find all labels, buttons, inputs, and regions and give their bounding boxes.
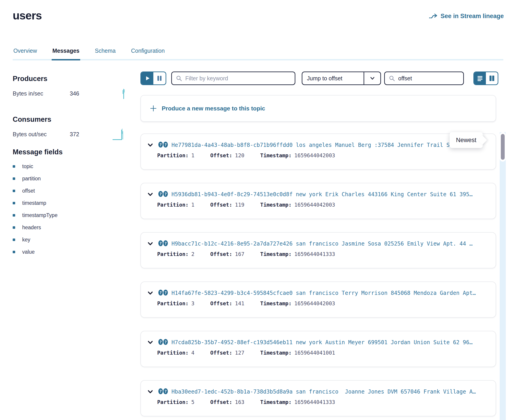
message-field-label: timestampType (22, 212, 58, 218)
message-row[interactable]: ? ? Hba30eed7-1edc-452b-8b1a-738d3b5d8a9… (140, 380, 496, 416)
tab[interactable]: Configuration (130, 46, 165, 59)
partition-meta: Partition: 1 (157, 152, 194, 158)
format-unknown-icons: ? ? (158, 191, 168, 198)
svg-text:?: ? (164, 290, 167, 295)
format-unknown-icons: ? ? (158, 240, 168, 248)
message-field-item[interactable]: timestampType (13, 209, 127, 221)
message-field-label: topic (22, 163, 33, 170)
timestamp-meta: Timestamp: 1659644041001 (260, 350, 335, 356)
expand-chevron-icon[interactable] (147, 191, 153, 198)
stream-lineage-link[interactable]: See in Stream lineage (429, 13, 504, 20)
scrollbar-track[interactable] (500, 132, 506, 420)
expand-chevron-icon[interactable] (147, 241, 153, 247)
message-field-item[interactable]: partition (13, 172, 127, 185)
square-bullet-icon (13, 251, 15, 253)
timestamp-value: 1659644041333 (294, 251, 335, 257)
timestamp-meta: Timestamp: 1659644042003 (260, 300, 335, 306)
message-row[interactable]: ? ? He77981da-4a43-48ab-b8f8-cb71b96ffdd… (140, 134, 496, 170)
column-view-button[interactable] (486, 72, 498, 84)
tab[interactable]: Overview (13, 46, 38, 59)
partition-value: 1 (191, 202, 194, 208)
consumers-metric-row: Bytes out/sec 372 (13, 129, 127, 139)
message-key-summary: H7cda825b-35b7-4952-88ef-c193d546eb11 ne… (171, 339, 490, 345)
expand-chevron-icon[interactable] (147, 339, 153, 345)
timestamp-value: 1659644042003 (294, 152, 335, 158)
partition-value: 3 (191, 300, 194, 306)
jump-to-offset-select[interactable]: Jump to offset (302, 72, 381, 85)
message-row[interactable]: ? ? H5936db81-b943-4e0f-8c29-74513e0c0d8… (140, 183, 496, 219)
message-field-item[interactable]: headers (13, 221, 127, 233)
page-title: users (13, 9, 42, 22)
partition-value: 5 (191, 399, 194, 405)
expand-chevron-icon[interactable] (147, 389, 153, 395)
expand-chevron-icon[interactable] (147, 290, 153, 296)
timestamp-value: 1659644042003 (294, 202, 335, 208)
play-pause-toggle (140, 72, 166, 85)
message-fields-heading: Message fields (13, 148, 127, 156)
message-field-label: partition (22, 176, 41, 182)
message-field-label: value (22, 249, 35, 255)
svg-text:?: ? (164, 142, 167, 147)
list-view-icon (477, 75, 483, 82)
format-unknown-icons: ? ? (158, 141, 168, 149)
message-key-summary: H5936db81-b943-4e0f-8c29-74513e0c0d8f ne… (171, 191, 490, 198)
pause-button[interactable] (153, 72, 166, 84)
produce-message-button[interactable]: Produce a new message to this topic (140, 95, 496, 122)
offset-meta: Offset: 141 (210, 300, 244, 306)
timestamp-value: 1659644042003 (294, 300, 335, 306)
message-row[interactable]: ? ? H9bacc71c-b12c-4216-8e95-2a7da727e42… (140, 232, 496, 268)
message-field-item[interactable]: timestamp (13, 197, 127, 209)
newest-tooltip: Newest (450, 132, 483, 148)
message-field-item[interactable]: topic (13, 160, 127, 172)
partition-meta: Partition: 5 (157, 399, 194, 405)
column-view-icon (489, 75, 495, 82)
svg-text:?: ? (160, 142, 162, 147)
offset-search[interactable] (384, 72, 464, 85)
svg-text:?: ? (160, 290, 162, 295)
expand-chevron-icon[interactable] (147, 142, 153, 148)
keyword-filter[interactable] (171, 72, 295, 85)
message-key-summary: H9bacc71c-b12c-4216-8e95-2a7da727e426 sa… (171, 240, 490, 247)
svg-text:?: ? (164, 389, 167, 394)
timestamp-label: Timestamp: (260, 350, 292, 356)
timestamp-label: Timestamp: (260, 202, 292, 208)
message-row[interactable]: ? ? H14fa67fe-5823-4299-b3c4-595845cfcae… (140, 282, 496, 318)
partition-label: Partition: (157, 300, 188, 306)
producers-metric-row: Bytes in/sec 346 (13, 88, 127, 99)
square-bullet-icon (13, 239, 15, 241)
message-row[interactable]: ? ? H7cda825b-35b7-4952-88ef-c193d546eb1… (140, 331, 496, 367)
message-field-item[interactable]: key (13, 233, 127, 246)
search-icon (389, 75, 395, 82)
bytes-out-value: 372 (70, 131, 79, 138)
square-bullet-icon (13, 165, 15, 168)
message-field-label: offset (22, 188, 35, 194)
partition-label: Partition: (157, 350, 188, 356)
newest-tooltip-label: Newest (456, 137, 476, 144)
message-field-label: key (22, 237, 30, 243)
play-button[interactable] (141, 72, 153, 84)
tab[interactable]: Schema (94, 46, 116, 59)
message-field-item[interactable]: value (13, 246, 127, 258)
partition-label: Partition: (157, 202, 188, 208)
timestamp-meta: Timestamp: 1659644041333 (260, 399, 335, 405)
offset-input[interactable] (398, 75, 459, 82)
offset-label: Offset: (210, 202, 232, 208)
message-key-summary: H14fa67fe-5823-4299-b3c4-595845cfcae0 sa… (171, 290, 490, 296)
square-bullet-icon (13, 226, 15, 229)
offset-meta: Offset: 119 (210, 202, 244, 208)
timestamp-label: Timestamp: (260, 251, 292, 257)
offset-value: 120 (235, 152, 244, 158)
timestamp-meta: Timestamp: 1659644042003 (260, 202, 335, 208)
tab[interactable]: Messages (52, 46, 80, 60)
list-view-button[interactable] (474, 72, 486, 84)
filter-input[interactable] (185, 75, 291, 82)
square-bullet-icon (13, 190, 15, 192)
square-bullet-icon (13, 202, 15, 204)
scrollbar-thumb[interactable] (501, 134, 505, 160)
chevron-down-icon[interactable] (363, 72, 380, 84)
offset-value: 141 (235, 300, 244, 306)
partition-meta: Partition: 4 (157, 350, 194, 356)
tab-bar: Overview Messages Schema Configuration (13, 46, 503, 60)
partition-label: Partition: (157, 152, 188, 158)
message-field-item[interactable]: offset (13, 185, 127, 197)
